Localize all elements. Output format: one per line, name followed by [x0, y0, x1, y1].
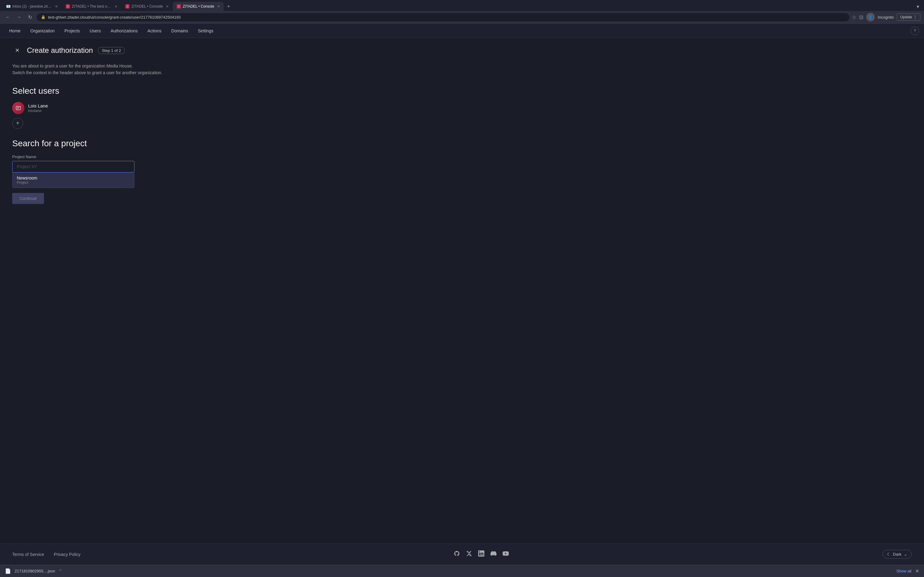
project-section-title: Search for a project [12, 139, 263, 148]
dropdown-item-name: Newsroom [17, 176, 130, 181]
tab-menu-button[interactable]: ▾ [914, 2, 922, 11]
theme-toggle-button[interactable]: ☾ Dark ⌄ [882, 550, 912, 559]
select-users-title: Select users [12, 86, 263, 96]
tab-favicon-3: Z [125, 4, 129, 8]
browser-tab-1[interactable]: 📧 Inbox (2) - janedoe.zitadel@gm... ✕ [2, 2, 61, 11]
avatar [12, 102, 24, 114]
url-text: test-ghlwrr.zitadel.cloud/ui/console/gra… [48, 15, 181, 19]
footer-social [454, 550, 509, 558]
tab-favicon-2: Z [66, 4, 70, 8]
nav-item-actions[interactable]: Actions [143, 26, 166, 36]
main-content: ✕ Create authorization Step 1 of 2 You a… [0, 38, 275, 543]
app-nav: Home Organization Projects Users Authori… [0, 24, 924, 38]
project-name-label: Project Name [12, 155, 263, 159]
user-info: Lois Lane loislane [28, 103, 48, 113]
bookmark-button[interactable]: ☆ [852, 15, 856, 20]
tab-label-1: Inbox (2) - janedoe.zitadel@gm... [12, 4, 52, 8]
browser-tab-3[interactable]: Z ZITADEL • Console ✕ [122, 2, 172, 11]
nav-items: Home Organization Projects Users Authori… [5, 26, 218, 36]
close-button[interactable]: ✕ [12, 45, 22, 55]
terms-of-service-link[interactable]: Terms of Service [12, 552, 44, 557]
project-section: Search for a project Project Name Newsro… [12, 139, 263, 204]
back-button[interactable]: ← [4, 13, 12, 21]
info-line-2: Switch the context in the header above t… [12, 69, 263, 76]
add-user-button[interactable]: + [12, 118, 23, 129]
nav-item-domains[interactable]: Domains [167, 26, 192, 36]
tab-favicon-4: Z [177, 4, 181, 8]
browser-tab-4[interactable]: Z ZITADEL • Console ✕ [173, 2, 224, 11]
reload-button[interactable]: ↻ [26, 13, 34, 21]
tab-bar: 📧 Inbox (2) - janedoe.zitadel@gm... ✕ Z … [0, 0, 924, 11]
twitter-icon[interactable] [466, 550, 472, 558]
address-bar-actions: ☆ ⊡ 👤 Incognito Update ⋮ [852, 13, 920, 21]
theme-icon: ☾ [887, 552, 891, 556]
download-filename: 2171810902955....json [15, 569, 55, 573]
nav-item-projects[interactable]: Projects [60, 26, 84, 36]
project-dropdown: Newsroom Project [12, 172, 134, 188]
user-name: Lois Lane [28, 103, 48, 108]
tab-close-4[interactable]: ✕ [217, 5, 220, 8]
page-header: ✕ Create authorization Step 1 of 2 [12, 45, 263, 55]
help-button[interactable]: ? [911, 27, 919, 35]
info-text: You are about to grant a user for the or… [12, 63, 263, 76]
download-expand-button[interactable]: ⌃ [59, 569, 62, 573]
project-input-container: Newsroom Project [12, 161, 263, 188]
address-bar[interactable]: 🔒 test-ghlwrr.zitadel.cloud/ui/console/g… [37, 13, 850, 21]
info-line-1: You are about to grant a user for the or… [12, 63, 263, 69]
new-tab-button[interactable]: + [224, 2, 233, 11]
download-file-icon: 📄 [5, 568, 11, 574]
dropdown-item-newsroom[interactable]: Newsroom Project [13, 172, 134, 188]
update-label: Update [900, 15, 912, 19]
step-badge: Step 1 of 2 [98, 47, 125, 54]
continue-button[interactable]: Continue [12, 193, 44, 204]
bottom-bar-close-button[interactable]: ✕ [915, 568, 919, 574]
tab-label-4: ZITADEL • Console [183, 4, 214, 8]
discord-icon[interactable] [490, 550, 496, 558]
youtube-icon[interactable] [502, 550, 509, 558]
browser-chrome: 📧 Inbox (2) - janedoe.zitadel@gm... ✕ Z … [0, 0, 924, 24]
user-login: loislane [28, 108, 48, 113]
bottom-bar: 📄 2171810902955....json ⌃ Show all ✕ [0, 565, 924, 577]
nav-item-home[interactable]: Home [5, 26, 25, 36]
profile-icon: 👤 [868, 15, 873, 19]
show-all-button[interactable]: Show all [897, 569, 911, 573]
profile-button[interactable]: 👤 [866, 13, 875, 21]
lock-icon: 🔒 [41, 15, 45, 19]
forward-button[interactable]: → [15, 13, 23, 21]
footer: Terms of Service Privacy Policy [0, 543, 924, 565]
browser-tab-2[interactable]: Z ZITADEL • The best of Auth0 a... ✕ [62, 2, 121, 11]
update-button[interactable]: Update ⋮ [897, 13, 920, 21]
project-name-input[interactable] [12, 161, 134, 172]
theme-label: Dark [893, 552, 901, 556]
dropdown-item-type: Project [17, 181, 130, 185]
nav-item-users[interactable]: Users [85, 26, 105, 36]
address-bar-row: ← → ↻ 🔒 test-ghlwrr.zitadel.cloud/ui/con… [0, 11, 924, 23]
tab-close-2[interactable]: ✕ [115, 5, 117, 8]
nav-item-organization[interactable]: Organization [26, 26, 59, 36]
svg-rect-0 [16, 106, 21, 110]
footer-links: Terms of Service Privacy Policy [12, 552, 80, 557]
nav-item-authorizations[interactable]: Authorizations [106, 26, 142, 36]
theme-chevron-icon: ⌄ [904, 552, 907, 556]
tab-close-1[interactable]: ✕ [55, 5, 58, 8]
tab-close-3[interactable]: ✕ [166, 5, 169, 8]
privacy-policy-link[interactable]: Privacy Policy [54, 552, 80, 557]
linkedin-icon[interactable] [478, 550, 484, 558]
incognito-label: Incognito [878, 15, 894, 19]
tab-favicon-1: 📧 [6, 4, 10, 8]
tab-label-3: ZITADEL • Console [131, 4, 163, 8]
nav-item-settings[interactable]: Settings [194, 26, 218, 36]
user-item: Lois Lane loislane [12, 102, 263, 114]
update-chevron-icon: ⋮ [913, 15, 917, 19]
tab-label-2: ZITADEL • The best of Auth0 a... [72, 4, 111, 8]
page-title: Create authorization [27, 46, 93, 55]
github-icon[interactable] [454, 550, 460, 558]
split-view-button[interactable]: ⊡ [859, 15, 863, 20]
select-users-section: Select users Lois Lane loislane + [12, 86, 263, 129]
